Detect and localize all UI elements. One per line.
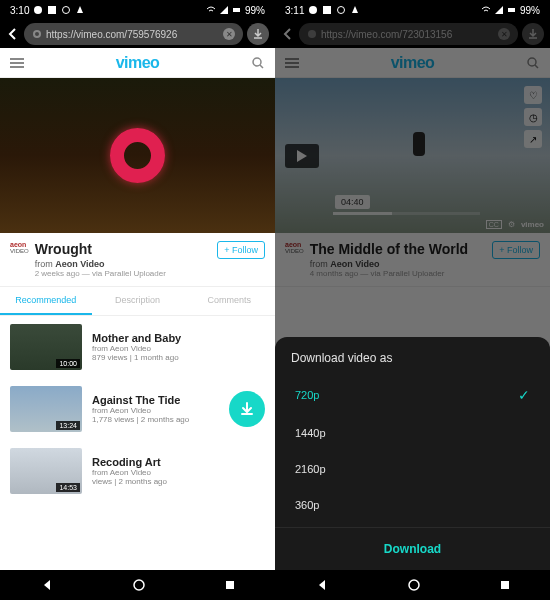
quality-option-720p[interactable]: 720p ✓	[275, 375, 550, 415]
video-posted: 4 months ago — via Parallel Uploader	[310, 269, 487, 278]
nav-home-icon[interactable]	[408, 579, 420, 591]
svg-rect-16	[501, 581, 509, 589]
like-icon: ♡	[524, 86, 542, 104]
url-text: https://vimeo.com/759576926	[46, 29, 219, 40]
notif-icon	[33, 5, 43, 15]
item-meta: 879 views | 1 month ago	[92, 353, 265, 362]
alarm-icon	[336, 5, 346, 15]
list-item[interactable]: 13:24 Against The Tide from Aeon Video 1…	[0, 378, 275, 440]
channel-avatar: aeon VIDEO	[285, 241, 304, 254]
menu-button[interactable]	[10, 58, 24, 68]
quality-option-360p[interactable]: 360p	[275, 487, 550, 523]
thumbnail: 14:53	[10, 448, 82, 494]
thumbnail: 10:00	[10, 324, 82, 370]
tab-comments[interactable]: Comments	[183, 287, 275, 315]
phone-left: 3:10 99% https://vimeo.com/759576926 ✕	[0, 0, 275, 600]
download-action[interactable]: Download	[275, 527, 550, 564]
wifi-icon	[481, 5, 491, 15]
svg-rect-10	[323, 6, 331, 14]
search-icon	[526, 56, 540, 70]
url-field[interactable]: https://vimeo.com/759576926 ✕	[24, 23, 243, 45]
alarm-icon	[61, 5, 71, 15]
item-meta: views | 2 months ago	[92, 477, 265, 486]
download-button[interactable]	[247, 23, 269, 45]
tab-recommended[interactable]: Recommended	[0, 287, 92, 315]
thumbnail: 13:24	[10, 386, 82, 432]
url-field: https://vimeo.com/723013156 ✕	[299, 23, 518, 45]
quality-option-1440p[interactable]: 1440p	[275, 415, 550, 451]
tabs: Recommended Description Comments	[0, 287, 275, 316]
download-sheet: Download video as 720p ✓ 1440p 2160p 360…	[275, 337, 550, 570]
sheet-title: Download video as	[275, 351, 550, 375]
channel-avatar[interactable]: aeon VIDEO	[10, 241, 29, 254]
check-icon: ✓	[518, 387, 530, 403]
list-item[interactable]: 10:00 Mother and Baby from Aeon Video 87…	[0, 316, 275, 378]
page-content: vimeo aeon VIDEO Wrought from Aeon Video…	[0, 48, 275, 570]
video-posted: 2 weeks ago — via Parallel Uploader	[35, 269, 212, 278]
tab-description[interactable]: Description	[92, 287, 184, 315]
status-bar: 3:10 99%	[0, 0, 275, 20]
svg-point-15	[409, 580, 419, 590]
download-fab[interactable]	[229, 391, 265, 427]
download-icon	[252, 28, 264, 40]
search-icon[interactable]	[251, 56, 265, 70]
notif-icon	[47, 5, 57, 15]
recommended-list: 10:00 Mother and Baby from Aeon Video 87…	[0, 316, 275, 570]
video-meta: aeon VIDEO Wrought from Aeon Video 2 wee…	[0, 233, 275, 287]
signal-icon	[494, 5, 504, 15]
quality-option-2160p[interactable]: 2160p	[275, 451, 550, 487]
vimeo-logo[interactable]: vimeo	[116, 54, 160, 72]
nav-back-icon[interactable]	[315, 578, 329, 592]
video-title: Wrought	[35, 241, 212, 257]
video-channel: from Aeon Video	[310, 259, 487, 269]
nav-recent-icon[interactable]	[499, 579, 511, 591]
video-hero[interactable]	[0, 78, 275, 233]
status-time: 3:10	[10, 5, 29, 16]
item-meta: 1,778 views | 2 months ago	[92, 415, 219, 424]
notif-icon	[322, 5, 332, 15]
back-button	[281, 27, 295, 41]
notif-icon	[75, 5, 85, 15]
clear-icon[interactable]: ✕	[223, 28, 235, 40]
nav-recent-icon[interactable]	[224, 579, 236, 591]
svg-rect-12	[508, 8, 515, 12]
back-button[interactable]	[6, 27, 20, 41]
svg-point-9	[309, 6, 317, 14]
battery-icon	[507, 5, 517, 15]
status-battery: 99%	[520, 5, 540, 16]
follow-button[interactable]: + Follow	[217, 241, 265, 259]
nav-back-icon[interactable]	[40, 578, 54, 592]
gear-icon: ⚙	[508, 220, 515, 229]
status-bar: 3:11 99%	[275, 0, 550, 20]
download-icon	[239, 401, 255, 417]
menu-button	[285, 58, 299, 68]
video-title: The Middle of the World	[310, 241, 487, 257]
url-text: https://vimeo.com/723013156	[321, 29, 494, 40]
svg-point-6	[253, 58, 261, 66]
play-button	[285, 144, 319, 168]
android-nav-bar	[275, 570, 550, 600]
chevron-left-icon	[6, 27, 20, 41]
video-channel[interactable]: from Aeon Video	[35, 259, 212, 269]
video-hero: ♡ ◷ ↗ 04:40 CC ⚙ vimeo	[275, 78, 550, 233]
app-bar: vimeo	[275, 48, 550, 78]
signal-icon	[219, 5, 229, 15]
lock-icon	[307, 29, 317, 39]
svg-point-0	[34, 6, 42, 14]
clear-icon: ✕	[498, 28, 510, 40]
nav-home-icon[interactable]	[133, 579, 145, 591]
hero-image	[413, 132, 425, 156]
brand-overlay: vimeo	[521, 220, 544, 229]
share-icon: ↗	[524, 130, 542, 148]
svg-point-14	[528, 58, 536, 66]
battery-icon	[232, 5, 242, 15]
list-item[interactable]: 14:53 Recoding Art from Aeon Video views…	[0, 440, 275, 502]
item-from: from Aeon Video	[92, 406, 219, 415]
lock-icon	[32, 29, 42, 39]
hero-image	[110, 128, 165, 183]
status-time: 3:11	[285, 5, 304, 16]
svg-rect-8	[226, 581, 234, 589]
svg-rect-1	[48, 6, 56, 14]
video-duration: 04:40	[335, 195, 370, 209]
status-battery: 99%	[245, 5, 265, 16]
